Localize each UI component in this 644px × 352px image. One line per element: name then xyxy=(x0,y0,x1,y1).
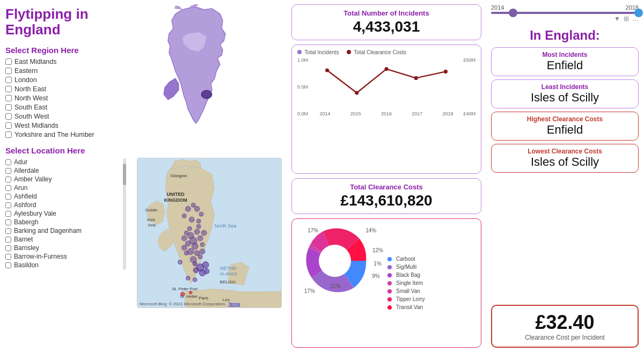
donut-legend: Carboot Sig/Multi Black Bag Single Item … xyxy=(387,223,425,343)
label-9: 9% xyxy=(372,273,379,279)
lowest-costs-card: Lowest Clearance Costs Isles of Scilly xyxy=(491,144,639,173)
line-overlay xyxy=(312,57,460,115)
filter-icon[interactable]: ▼ xyxy=(614,15,620,23)
region-list-item: South East xyxy=(5,104,126,111)
region-list-item: Eastern xyxy=(5,67,126,75)
svg-text:UNITED: UNITED xyxy=(167,192,185,197)
location-checkbox[interactable] xyxy=(5,237,11,243)
svg-point-32 xyxy=(198,255,202,259)
location-checkbox[interactable] xyxy=(5,211,11,217)
legend-incidents: Total Incidents xyxy=(297,49,339,55)
total-incidents-value: 4,433,031 xyxy=(299,18,473,35)
svg-point-25 xyxy=(187,226,192,231)
region-checkbox[interactable] xyxy=(5,122,12,129)
legend-sig-multi: Sig/Multi xyxy=(387,264,425,270)
region-list-item: North East xyxy=(5,85,126,93)
location-checkbox[interactable] xyxy=(5,177,11,182)
svg-text:BELGIU: BELGIU xyxy=(220,280,236,284)
svg-point-43 xyxy=(191,203,195,207)
scrollbar-thumb[interactable] xyxy=(123,164,126,185)
legend-dot-costs xyxy=(347,50,351,54)
location-checkbox[interactable] xyxy=(5,168,11,174)
location-list-item: Barnsley xyxy=(5,244,122,252)
svg-text:Sea: Sea xyxy=(148,223,156,228)
location-list: AdurAllerdaleAmber ValleyArunAshfieldAsh… xyxy=(5,158,122,270)
legend-carboot: Carboot xyxy=(387,256,425,262)
cost-per-incident-card: £32.40 Clearance Cost per Incident xyxy=(491,305,639,348)
location-list-container: AdurAllerdaleAmber ValleyArunAshfieldAsh… xyxy=(5,158,126,270)
most-incidents-label: Most Incidents xyxy=(497,51,633,58)
region-list-item: South West xyxy=(5,113,126,120)
slider-track[interactable] xyxy=(491,12,639,14)
svg-text:St. Peter Port: St. Peter Port xyxy=(172,287,198,291)
cost-per-incident-value: £32.40 xyxy=(497,311,632,334)
location-checkbox[interactable] xyxy=(5,185,11,191)
svg-point-42 xyxy=(185,206,191,211)
svg-point-49 xyxy=(186,276,190,280)
svg-point-26 xyxy=(196,224,201,229)
svg-point-55 xyxy=(355,91,358,94)
location-checkbox[interactable] xyxy=(5,219,11,225)
chart-legend: Total Incidents Total Clearance Costs xyxy=(297,49,475,55)
svg-point-20 xyxy=(197,236,203,241)
location-checkbox[interactable] xyxy=(5,228,11,234)
label-1: 1% xyxy=(374,261,381,267)
region-list-item: West Midlands xyxy=(5,122,126,129)
region-list-item: London xyxy=(5,76,126,84)
location-list-item: Amber Valley xyxy=(5,175,122,183)
expand-icon[interactable]: ⊞ xyxy=(624,15,629,23)
bar-2014: 2014 xyxy=(312,110,338,116)
svg-point-34 xyxy=(184,251,188,255)
svg-point-41 xyxy=(193,262,197,266)
highest-costs-card: Highest Clearance Costs Enfield xyxy=(491,112,639,141)
location-list-item: Ashfield xyxy=(5,193,122,200)
region-checkbox[interactable] xyxy=(5,131,12,138)
label-17-top: 17% xyxy=(308,228,318,233)
location-checkbox[interactable] xyxy=(5,194,11,200)
location-list-item: Allerdale xyxy=(5,167,122,174)
location-checkbox[interactable] xyxy=(5,245,11,251)
svg-point-59 xyxy=(319,245,351,277)
total-incidents-title: Total Number of Incidents xyxy=(299,9,473,17)
svg-point-0 xyxy=(201,90,212,99)
svg-point-33 xyxy=(200,249,205,254)
svg-text:NETHE-: NETHE- xyxy=(220,266,238,271)
svg-point-28 xyxy=(184,231,188,235)
region-checkbox[interactable] xyxy=(5,68,12,74)
england-title: In England: xyxy=(491,28,639,43)
bing-footer: Microsoft Bing © 2021 Microsoft Corporat… xyxy=(140,302,240,306)
svg-point-56 xyxy=(384,67,388,71)
region-checkbox[interactable] xyxy=(5,77,12,83)
svg-point-18 xyxy=(194,229,200,234)
legend-black-bag: Black Bag xyxy=(387,272,425,278)
svg-point-39 xyxy=(193,268,199,273)
region-checkbox[interactable] xyxy=(5,86,12,92)
svg-point-58 xyxy=(444,70,448,74)
location-list-item: Barking and Dagenham xyxy=(5,227,122,234)
region-checkbox[interactable] xyxy=(5,95,12,101)
time-slider-area[interactable]: 2014 2018 ▼ ⊞ … xyxy=(491,4,639,25)
total-clearance-card: Total Clearance Costs £143,610,820 xyxy=(291,178,481,214)
slider-start-label: 2014 xyxy=(491,4,504,11)
region-checkbox[interactable] xyxy=(5,113,12,120)
svg-point-53 xyxy=(189,291,192,294)
y-axis-right: £50M £40M xyxy=(463,57,475,116)
region-checkbox[interactable] xyxy=(5,104,12,111)
location-checkbox[interactable] xyxy=(5,202,11,208)
slider-thumb-right[interactable] xyxy=(634,9,643,17)
region-checkbox[interactable] xyxy=(5,58,12,65)
scrollbar-track[interactable] xyxy=(123,158,126,270)
location-list-item: Basildon xyxy=(5,261,122,269)
location-checkbox[interactable] xyxy=(5,262,11,268)
label-14: 14% xyxy=(365,228,376,233)
svg-text:Irish: Irish xyxy=(147,217,155,222)
region-list: East MidlandsEasternLondonNorth EastNort… xyxy=(5,58,126,138)
location-checkbox[interactable] xyxy=(5,254,11,260)
location-checkbox[interactable] xyxy=(5,159,11,165)
total-clearance-title: Total Clearance Costs xyxy=(299,183,473,191)
svg-text:Glasgow: Glasgow xyxy=(171,173,187,178)
svg-point-52 xyxy=(180,292,185,296)
region-list-item: Yorkshire and The Humber xyxy=(5,131,126,138)
slider-thumb-left[interactable] xyxy=(509,9,517,17)
least-incidents-card: Least Incidents Isles of Scilly xyxy=(491,79,639,108)
